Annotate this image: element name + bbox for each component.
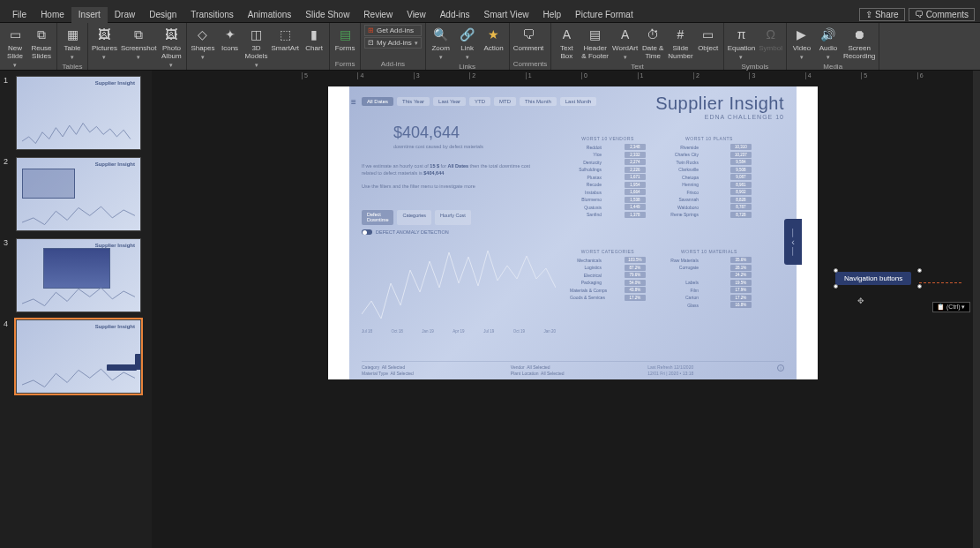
tab-file[interactable]: File [5,7,34,23]
row-value: 2,348 [625,144,646,150]
info-icon[interactable]: i [777,364,784,372]
period-tab[interactable]: MTD [494,97,516,106]
slide-thumbnails-panel[interactable]: 1 Supplier Insight 2 Supplier Insight 3 … [0,71,152,548]
slidenumber-button[interactable]: #Slide Number [668,25,692,60]
row-label: Waldoboro [667,205,699,210]
trend-chart: Jul 18Oct 18Jan 19Apr 19Jul 19Oct 19Jan … [362,244,556,332]
period-tab[interactable]: Last Year [433,97,466,106]
tab-view[interactable]: View [400,7,433,23]
hamburger-icon[interactable]: ≡ [351,97,356,107]
screen-recording-button[interactable]: ⏺Screen Recording [843,25,875,60]
audio-button[interactable]: 🔊Audio▾ [817,25,840,61]
row-label: Dentocity [570,160,602,165]
row-label: Raw Materials [667,258,699,263]
tab-transitions[interactable]: Transitions [183,7,241,23]
3d-models-button[interactable]: ◫3D Models▾ [245,25,268,69]
period-tab[interactable]: Last Month [560,97,597,106]
tab-animations[interactable]: Animations [241,7,298,23]
tab-pictureformat[interactable]: Picture Format [568,7,640,23]
data-row: Quatusis1,449 [570,204,646,210]
ribbon-tabs: File Home Insert Draw Design Transitions… [0,7,980,23]
link-icon: 🔗 [460,26,475,42]
wordart-button[interactable]: AWordArt▾ [612,25,638,61]
data-row: Glass16.8% [667,302,752,308]
slide[interactable]: ≡ All Dates This Year Last Year YTD MTD … [328,86,818,379]
datetime-button[interactable]: ⏱Date & Time [641,25,664,60]
forms-button[interactable]: ▤Forms [333,25,356,52]
tab-draw[interactable]: Draw [108,7,142,23]
comment-button[interactable]: 🗨Comment [513,25,544,52]
zoom-button[interactable]: 🔍Zoom▾ [430,25,453,61]
new-slide-button[interactable]: ▭New Slide▾ [4,25,26,69]
slide-thumb-2[interactable]: Supplier Insight [16,157,141,231]
tab-home[interactable]: Home [34,7,71,23]
data-row: Plustax1,671 [570,174,646,180]
resize-handle[interactable] [917,284,922,289]
equation-button[interactable]: πEquation▾ [728,25,756,61]
paste-options-button[interactable]: 📋(Ctrl) ▾ [932,302,970,312]
data-row: Logistics87.2% [570,265,646,271]
table-button[interactable]: ▦Table▾ [61,25,84,61]
header-footer-button[interactable]: ▤Header & Footer [581,25,609,60]
nav-expand-tab[interactable]: │ ‹ │ [784,219,802,265]
nav-label-shape[interactable]: Navigation buttons [835,272,911,285]
btn-hourlycost[interactable]: Hourly Cost [435,210,471,225]
ribbon: ▭New Slide▾ ⧉Reuse Slides Slides ▦Table▾… [0,23,980,71]
shapes-button[interactable]: ◇Shapes▾ [191,25,214,61]
row-value: 8,728 [730,212,752,218]
tab-design[interactable]: Design [142,7,183,23]
resize-handle[interactable] [917,268,922,273]
tab-review[interactable]: Review [356,7,400,23]
btn-categories[interactable]: Categories [397,210,431,225]
data-row: Packaging54.0% [570,280,646,286]
row-value: 79.6% [625,272,646,278]
slide-thumb-1[interactable]: Supplier Insight [16,76,141,150]
textbox-button[interactable]: AText Box [555,25,578,60]
row-label: Packaging [570,280,602,285]
btn-downtime[interactable]: Defect Downtime [362,210,393,225]
tab-help[interactable]: Help [536,7,569,23]
share-button[interactable]: ⇪Share [859,8,905,21]
period-tab[interactable]: YTD [469,97,490,106]
action-button[interactable]: ★Action [483,25,505,52]
comments-button[interactable]: 🗨Comments [909,8,975,21]
period-tab[interactable]: This Month [520,97,557,106]
resize-handle[interactable] [834,268,838,273]
object-button[interactable]: ▭Object [697,25,720,52]
resize-handle[interactable] [834,284,838,289]
clipboard-icon: 📋 [937,304,945,311]
reuse-slides-button[interactable]: ⧉Reuse Slides [30,25,53,60]
group-forms-label: Forms [333,58,356,68]
tab-slideshow[interactable]: Slide Show [298,7,356,23]
period-tab[interactable]: All Dates [362,97,393,106]
tab-smartview[interactable]: Smart View [477,7,536,23]
tab-addins[interactable]: Add-ins [433,7,477,23]
row-value: 2,226 [625,167,646,173]
link-button[interactable]: 🔗Link▾ [456,25,479,61]
chart-button[interactable]: ▮Chart [303,25,325,52]
get-addins-button[interactable]: ⊞Get Add-ins [364,25,422,36]
row-value: 10,237 [730,152,752,158]
vertical-scrollbar[interactable] [973,71,980,548]
screenshot-button[interactable]: ⧉Screenshot▾ [121,25,156,61]
shapes-icon: ◇ [195,26,211,42]
photo-album-button[interactable]: 🖼Photo Album▾ [160,25,183,69]
smartart-button[interactable]: ⬚SmartArt [272,25,300,52]
icons-button[interactable]: ✦Icons [219,25,242,52]
slide-thumb-3[interactable]: Supplier Insight [16,238,141,312]
thumb-title: Supplier Insight [95,324,135,329]
thumb-number: 3 [4,238,12,312]
period-tab[interactable]: This Year [397,97,430,106]
footer: Category All SelectedMaterial Type All S… [362,361,784,376]
row-value: 43.8% [625,287,646,293]
slide-thumb-4[interactable]: Supplier Insight [16,319,141,394]
row-value: 1,671 [625,174,646,180]
pictures-button[interactable]: 🖼Pictures▾ [92,25,117,61]
row-label: Carton [667,295,699,300]
header-icon: ▤ [587,26,603,42]
anomaly-toggle[interactable]: DEFECT ANOMALY DETECTION [362,229,449,235]
slide-canvas[interactable]: 543210123456 ≡ All Dates This Year Last … [152,71,980,548]
video-button[interactable]: ▶Video▾ [790,25,813,61]
tab-insert[interactable]: Insert [71,7,108,23]
my-addins-button[interactable]: ⊡My Add-ins▾ [364,37,422,49]
